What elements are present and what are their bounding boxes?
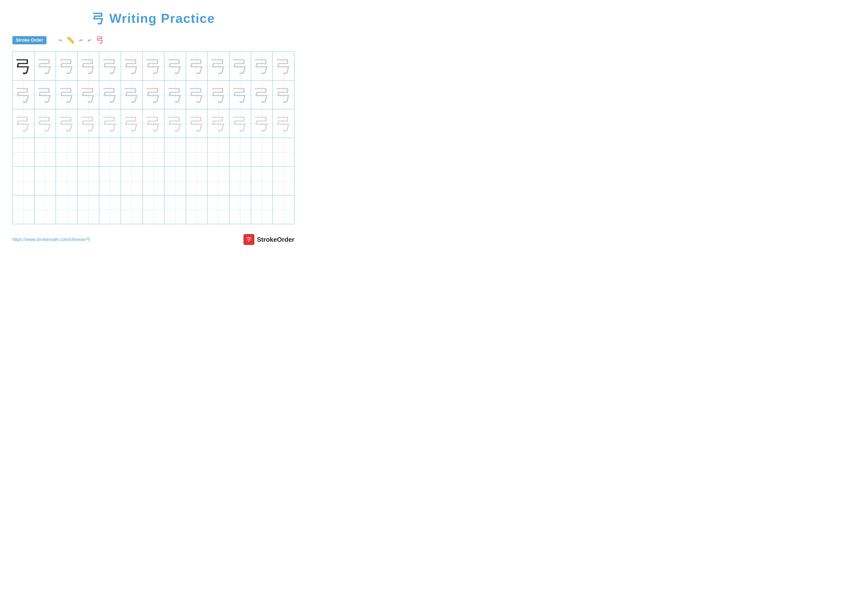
grid-cell-r2c4: 弓 (78, 81, 99, 109)
grid-row-4 (12, 138, 294, 167)
grid-cell-r1c6: 弓 (121, 52, 143, 80)
grid-cell-r2c3: 弓 (56, 81, 78, 109)
grid-cell-r1c2: 弓 (34, 52, 56, 80)
grid-cell-r5c4 (78, 167, 99, 195)
grid-cell-r6c4 (78, 196, 99, 224)
grid-cell-r5c3 (56, 167, 78, 195)
grid-cell-r6c1 (12, 196, 34, 224)
grid-cell-r1c1: 弓 (12, 52, 34, 80)
grid-cell-r3c1: 弓 (12, 109, 34, 138)
grid-cell-r4c7 (143, 138, 164, 166)
footer-logo: 字 StrokeOrder (243, 234, 294, 245)
stroke-s2: ⌐ (88, 36, 92, 44)
grid-cell-r3c6: 弓 (121, 109, 143, 138)
grid-cell-r4c12 (251, 138, 273, 166)
practice-grid: 弓 弓 弓 弓 弓 弓 弓 弓 弓 弓 弓 弓 弓 弓 弓 弓 弓 弓 弓 弓 … (12, 51, 294, 224)
grid-cell-r6c9 (186, 196, 208, 224)
stroke-s1: ⌐ (79, 36, 84, 44)
grid-cell-r5c5 (99, 167, 121, 195)
char-dark: 弓 (15, 58, 32, 75)
grid-row-1: 弓 弓 弓 弓 弓 弓 弓 弓 弓 弓 弓 弓 弓 (12, 52, 294, 81)
grid-cell-r5c12 (251, 167, 273, 195)
grid-row-3: 弓 弓 弓 弓 弓 弓 弓 弓 弓 弓 弓 弓 弓 (12, 109, 294, 138)
grid-cell-r5c7 (143, 167, 164, 195)
stroke-step-1: ¬ (51, 36, 62, 45)
grid-cell-r6c13 (273, 196, 294, 224)
grid-row-6 (12, 196, 294, 224)
logo-icon: 字 (243, 234, 254, 245)
grid-cell-r3c5: 弓 (99, 109, 121, 138)
grid-cell-r4c11 (229, 138, 251, 166)
grid-cell-r6c6 (121, 196, 143, 224)
grid-cell-r4c8 (164, 138, 186, 166)
grid-cell-r1c3: 弓 (56, 52, 78, 80)
stroke-order-section: Stroke Order ¬ 📏 ⌐ ⌐ 弓 (12, 35, 294, 45)
grid-cell-r5c13 (273, 167, 294, 195)
logo-name: StrokeOrder (257, 236, 294, 244)
grid-cell-r4c6 (121, 138, 143, 166)
grid-cell-r6c12 (251, 196, 273, 224)
grid-cell-r3c10: 弓 (208, 109, 229, 138)
grid-cell-r4c2 (34, 138, 56, 166)
grid-cell-r5c9 (186, 167, 208, 195)
grid-cell-r3c8: 弓 (164, 109, 186, 138)
grid-cell-r6c7 (143, 196, 164, 224)
stroke-s3: 弓 (96, 35, 104, 45)
grid-cell-r3c12: 弓 (251, 109, 273, 138)
grid-cell-r5c1 (12, 167, 34, 195)
grid-cell-r1c8: 弓 (164, 52, 186, 80)
grid-cell-r3c13: 弓 (273, 109, 294, 138)
grid-cell-r6c5 (99, 196, 121, 224)
grid-cell-r2c11: 弓 (229, 81, 251, 109)
grid-cell-r2c1: 弓 (12, 81, 34, 109)
grid-cell-r2c8: 弓 (164, 81, 186, 109)
grid-cell-r6c10 (208, 196, 229, 224)
grid-cell-r3c7: 弓 (143, 109, 164, 138)
grid-cell-r4c10 (208, 138, 229, 166)
stroke-order-badge: Stroke Order (12, 36, 46, 44)
grid-cell-r2c5: 弓 (99, 81, 121, 109)
grid-cell-r5c6 (121, 167, 143, 195)
grid-cell-r2c12: 弓 (251, 81, 273, 109)
grid-cell-r2c6: 弓 (121, 81, 143, 109)
grid-cell-r3c9: 弓 (186, 109, 208, 138)
grid-cell-r6c8 (164, 196, 186, 224)
grid-cell-r5c10 (208, 167, 229, 195)
grid-cell-r2c7: 弓 (143, 81, 164, 109)
grid-cell-r1c5: 弓 (99, 52, 121, 80)
page-title: 弓 Writing Practice (92, 11, 215, 25)
grid-row-2: 弓 弓 弓 弓 弓 弓 弓 弓 弓 弓 弓 弓 弓 (12, 81, 294, 109)
grid-cell-r2c9: 弓 (186, 81, 208, 109)
grid-cell-r4c5 (99, 138, 121, 166)
grid-cell-r1c4: 弓 (78, 52, 99, 80)
grid-cell-r2c13: 弓 (273, 81, 294, 109)
grid-cell-r2c10: 弓 (208, 81, 229, 109)
grid-cell-r1c10: 弓 (208, 52, 229, 80)
grid-cell-r6c11 (229, 196, 251, 224)
footer: https://www.strokeorder.com/chinese/弓 字 … (12, 234, 294, 245)
grid-cell-r3c3: 弓 (56, 109, 78, 138)
footer-url[interactable]: https://www.strokeorder.com/chinese/弓 (12, 236, 91, 242)
grid-cell-r1c9: 弓 (186, 52, 208, 80)
grid-cell-r3c2: 弓 (34, 109, 56, 138)
grid-cell-r1c7: 弓 (143, 52, 164, 80)
grid-cell-r6c3 (56, 196, 78, 224)
grid-cell-r4c3 (56, 138, 78, 166)
stroke-step-2: 📏 (66, 36, 75, 44)
grid-cell-r4c13 (273, 138, 294, 166)
grid-cell-r5c8 (164, 167, 186, 195)
grid-cell-r2c2: 弓 (34, 81, 56, 109)
grid-cell-r3c4: 弓 (78, 109, 99, 138)
grid-cell-r5c2 (34, 167, 56, 195)
title-section: 弓 Writing Practice (12, 10, 294, 27)
grid-cell-r4c1 (12, 138, 34, 166)
grid-cell-r1c11: 弓 (229, 52, 251, 80)
grid-cell-r3c11: 弓 (229, 109, 251, 138)
grid-cell-r4c9 (186, 138, 208, 166)
grid-cell-r6c2 (34, 196, 56, 224)
grid-cell-r1c12: 弓 (251, 52, 273, 80)
grid-row-5 (12, 167, 294, 196)
grid-cell-r4c4 (78, 138, 99, 166)
grid-cell-r5c11 (229, 167, 251, 195)
grid-cell-r1c13: 弓 (273, 52, 294, 80)
